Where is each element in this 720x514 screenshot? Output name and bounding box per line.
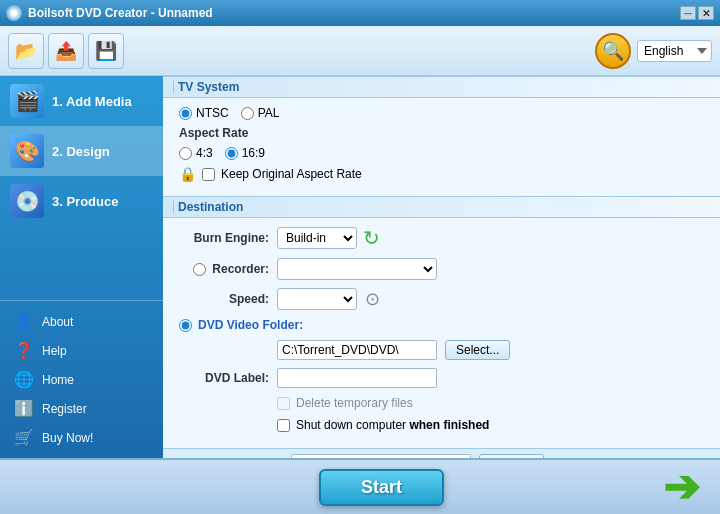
aspect-4-3-option[interactable]: 4:3 (179, 146, 213, 160)
titlebar-buttons: ─ ✕ (680, 6, 714, 20)
help-label: Help (42, 344, 67, 358)
aspect-radio-group: 4:3 16:9 (179, 146, 265, 160)
ntsc-radio[interactable] (179, 107, 192, 120)
tv-system-label: TV System (178, 80, 239, 94)
dvd-label-input[interactable] (277, 368, 437, 388)
burn-engine-select[interactable]: Build-in ImgBurn Nero (277, 227, 357, 249)
destination-content: Burn Engine: Build-in ImgBurn Nero ↻ (163, 218, 720, 448)
add-media-label: 1. Add Media (52, 94, 132, 109)
minimize-button[interactable]: ─ (680, 6, 696, 20)
pal-label: PAL (258, 106, 280, 120)
help-icon: ❓ (14, 341, 34, 360)
main-layout: 🎬 1. Add Media 🎨 2. Design 💿 3. Produce … (0, 76, 720, 458)
register-label: Register (42, 402, 87, 416)
speed-row: Speed: ⊙ (179, 288, 704, 310)
recorder-radio[interactable] (193, 263, 206, 276)
sidebar-steps: 🎬 1. Add Media 🎨 2. Design 💿 3. Produce (0, 76, 163, 300)
aspect-16-9-label: 16:9 (242, 146, 265, 160)
close-button[interactable]: ✕ (698, 6, 714, 20)
dvd-label-label: DVD Label: (179, 371, 269, 385)
recorder-row: Recorder: (179, 258, 704, 280)
toolbar-right: 🔍 English 中文 Deutsch Français (595, 33, 712, 69)
shutdown-label: Shut down computer when finished (296, 418, 489, 432)
aspect-rate-label-row: Aspect Rate (179, 126, 704, 140)
save-button[interactable]: 💾 (88, 33, 124, 69)
speed-spin-icon: ⊙ (365, 288, 380, 310)
temp-folder-label: Temporary Folder (173, 457, 283, 458)
tv-system-header: TV System (163, 76, 720, 98)
dvd-folder-option[interactable]: DVD Video Folder: (179, 318, 303, 332)
toolbar: 📂 📤 💾 🔍 English 中文 Deutsch Français (0, 26, 720, 76)
recorder-label: Recorder: (212, 262, 269, 276)
temp-folder-input[interactable] (291, 454, 471, 458)
sidebar-item-help[interactable]: ❓ Help (0, 336, 163, 365)
tv-system-row: NTSC PAL (179, 106, 704, 120)
search-button[interactable]: 🔍 (595, 33, 631, 69)
keep-original-option[interactable]: 🔒 Keep Original Aspect Rate (179, 166, 362, 182)
tv-system-content: NTSC PAL Aspect Rate 4 (163, 98, 720, 196)
sidebar-item-register[interactable]: ℹ️ Register (0, 394, 163, 423)
delete-temp-label: Delete temporary files (296, 396, 413, 410)
burn-engine-row: Burn Engine: Build-in ImgBurn Nero ↻ (179, 226, 704, 250)
aspect-rate-label: Aspect Rate (179, 126, 259, 140)
next-arrow-icon[interactable]: ➔ (663, 465, 700, 509)
window-title: Boilsoft DVD Creator - Unnamed (28, 6, 213, 20)
destination-header: Destination (163, 196, 720, 218)
sidebar-item-produce[interactable]: 💿 3. Produce (0, 176, 163, 226)
register-icon: ℹ️ (14, 399, 34, 418)
delete-temp-checkbox[interactable] (277, 397, 290, 410)
recorder-select[interactable] (277, 258, 437, 280)
produce-label: 3. Produce (52, 194, 118, 209)
dvd-folder-path-row: Select... (179, 340, 704, 360)
keep-original-checkbox[interactable] (202, 168, 215, 181)
home-icon: 🌐 (14, 370, 34, 389)
titlebar-left: Boilsoft DVD Creator - Unnamed (6, 5, 213, 21)
sidebar-item-add-media[interactable]: 🎬 1. Add Media (0, 76, 163, 126)
dvd-folder-input[interactable] (277, 340, 437, 360)
keep-original-icon: 🔒 (179, 166, 196, 182)
speed-select[interactable] (277, 288, 357, 310)
recorder-option[interactable]: Recorder: (179, 262, 269, 276)
aspect-4-3-label: 4:3 (196, 146, 213, 160)
app-icon (6, 5, 22, 21)
speed-label: Speed: (179, 292, 269, 306)
language-select[interactable]: English 中文 Deutsch Français (637, 40, 712, 62)
content: TV System NTSC PAL (163, 76, 720, 458)
toolbar-left: 📂 📤 💾 (8, 33, 124, 69)
about-label: About (42, 315, 73, 329)
refresh-icon[interactable]: ↻ (363, 226, 380, 250)
aspect-16-9-option[interactable]: 16:9 (225, 146, 265, 160)
delete-temp-option[interactable]: Delete temporary files (277, 396, 413, 410)
sidebar-item-buy-now[interactable]: 🛒 Buy Now! (0, 423, 163, 452)
aspect-16-9-radio[interactable] (225, 147, 238, 160)
buy-now-icon: 🛒 (14, 428, 34, 447)
temp-folder-bar: Temporary Folder Select... (163, 448, 720, 458)
content-area: TV System NTSC PAL (163, 76, 720, 458)
sidebar-item-design[interactable]: 🎨 2. Design (0, 126, 163, 176)
shutdown-checkbox[interactable] (277, 419, 290, 432)
temp-folder-select-button[interactable]: Select... (479, 454, 544, 458)
dvd-label-row: DVD Label: (179, 368, 704, 388)
ntsc-option[interactable]: NTSC (179, 106, 229, 120)
sidebar-item-about[interactable]: 👤 About (0, 307, 163, 336)
open-button[interactable]: 📂 (8, 33, 44, 69)
tv-system-radio-group: NTSC PAL (179, 106, 279, 120)
pal-radio[interactable] (241, 107, 254, 120)
design-label: 2. Design (52, 144, 110, 159)
pal-option[interactable]: PAL (241, 106, 280, 120)
dvd-folder-label: DVD Video Folder: (198, 318, 303, 332)
dvd-folder-select-button[interactable]: Select... (445, 340, 510, 360)
dvd-folder-radio[interactable] (179, 319, 192, 332)
start-button[interactable]: Start (319, 469, 444, 506)
aspect-4-3-radio[interactable] (179, 147, 192, 160)
dvd-folder-row: DVD Video Folder: (179, 318, 704, 332)
titlebar: Boilsoft DVD Creator - Unnamed ─ ✕ (0, 0, 720, 26)
shutdown-row: Shut down computer when finished (179, 418, 704, 432)
shutdown-option[interactable]: Shut down computer when finished (277, 418, 489, 432)
bottom-bar: Start ➔ (0, 458, 720, 514)
export-button[interactable]: 📤 (48, 33, 84, 69)
sidebar-item-home[interactable]: 🌐 Home (0, 365, 163, 394)
sidebar-links: 👤 About ❓ Help 🌐 Home ℹ️ Register 🛒 Buy … (0, 300, 163, 458)
buy-now-label: Buy Now! (42, 431, 93, 445)
design-icon: 🎨 (10, 134, 44, 168)
